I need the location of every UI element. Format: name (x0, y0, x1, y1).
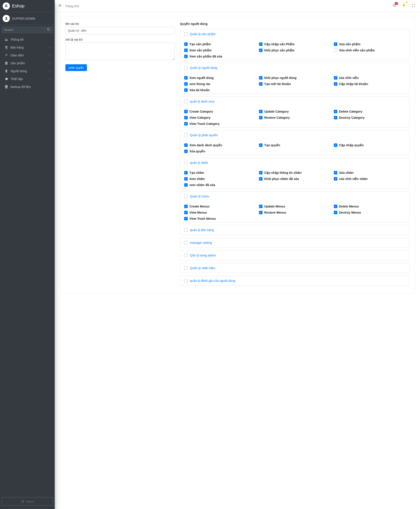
permission-item[interactable]: Xem người dùng (184, 76, 255, 80)
sidebar-item-2[interactable]: Giao diện ‹ (2, 51, 53, 59)
permission-checkbox[interactable] (184, 42, 188, 46)
permission-checkbox[interactable] (184, 211, 188, 214)
permission-checkbox[interactable] (334, 76, 337, 80)
permission-group-checkbox[interactable] (184, 100, 188, 103)
permission-item[interactable]: Destroy Menus (334, 210, 405, 215)
permission-checkbox[interactable] (184, 183, 188, 187)
permission-checkbox[interactable] (184, 55, 188, 58)
permission-item[interactable]: Xóa sản phẩm (334, 42, 405, 46)
permission-checkbox[interactable] (184, 82, 188, 86)
permission-group-toggle[interactable]: Quản lý sản phẩm (190, 32, 216, 36)
permission-item[interactable]: Xem danh dách quyền (184, 143, 255, 147)
notifications-button[interactable] (401, 2, 407, 10)
permission-item[interactable]: Delete Menus (334, 204, 405, 209)
permission-checkbox[interactable] (334, 211, 337, 214)
permission-checkbox[interactable] (259, 116, 262, 119)
permission-item[interactable]: Update Menus (259, 204, 330, 209)
permission-item[interactable]: Cập nhập thông tin slider (259, 170, 330, 175)
permission-group-toggle[interactable]: manager setting (190, 241, 212, 244)
permission-item[interactable]: View Trash Menus (184, 216, 255, 221)
permission-group-toggle[interactable]: quản lý slider (190, 161, 208, 164)
permission-checkbox[interactable] (259, 82, 262, 86)
permission-item[interactable]: Cập nhập sản Phẩm (259, 42, 330, 46)
permission-item[interactable]: khôi phục sản phẩm (259, 48, 330, 52)
permission-group-checkbox[interactable] (184, 254, 188, 257)
permission-group-checkbox[interactable] (184, 32, 188, 36)
permission-checkbox[interactable] (334, 42, 337, 46)
sidebar-item-5[interactable]: Thiết lập ‹ (2, 75, 53, 83)
permission-checkbox[interactable] (259, 171, 262, 175)
permission-item[interactable]: Create Category (184, 109, 255, 114)
sidebar-item-1[interactable]: Bán hàng ‹ (2, 44, 53, 51)
permission-item[interactable]: Xem slider (184, 177, 255, 181)
permission-item[interactable]: View Trash Category (184, 122, 255, 126)
permission-item[interactable]: Create Menus (184, 204, 255, 209)
permission-checkbox[interactable] (184, 143, 188, 147)
permission-item[interactable]: Update Category (259, 109, 330, 114)
permission-checkbox[interactable] (184, 205, 188, 208)
sidebar-item-3[interactable]: Sản phẩm ‹ (2, 59, 53, 67)
permission-item[interactable]: xóa vĩnh viễn slider (334, 177, 405, 181)
permission-checkbox[interactable] (259, 177, 262, 181)
permission-item[interactable]: View Category (184, 115, 255, 120)
permission-checkbox[interactable] (184, 116, 188, 119)
logout-button[interactable]: logout (2, 497, 53, 506)
permission-checkbox[interactable] (259, 205, 262, 208)
permission-item[interactable]: khôi phục người dùng (259, 76, 330, 80)
permission-item[interactable]: Khôi phục slider đã xóa (259, 177, 330, 181)
sidebar-toggle-button[interactable] (58, 4, 62, 8)
permission-checkbox[interactable] (334, 171, 337, 175)
permission-group-checkbox[interactable] (184, 66, 188, 70)
fullscreen-button[interactable] (410, 2, 417, 10)
brand-link[interactable]: A Eshop (0, 0, 55, 12)
permission-group-toggle[interactable]: quản lý đánh giá của người dùng (190, 279, 235, 282)
permission-group-toggle[interactable]: Quản lý phân quyền (190, 133, 218, 137)
permission-group-checkbox[interactable] (184, 195, 188, 198)
permission-item[interactable]: Xóa slider (334, 170, 405, 175)
permission-item[interactable]: Tạo quyền (259, 143, 330, 147)
permission-group-toggle[interactable]: quản lý danh mục (190, 100, 215, 103)
role-desc-input[interactable] (65, 43, 175, 60)
permission-item[interactable]: Xóa vĩnh viễn sản phẩm (334, 48, 405, 52)
permission-item[interactable]: View Menus (184, 210, 255, 215)
permission-item[interactable]: xem thùng rác (184, 82, 255, 86)
permission-checkbox[interactable] (334, 49, 337, 52)
permission-item[interactable]: Restore Menus (259, 210, 330, 215)
permission-group-checkbox[interactable] (184, 228, 188, 232)
permission-item[interactable]: Cập nhập quyền (334, 143, 405, 147)
permission-item[interactable]: xóa vĩnh viễn (334, 76, 405, 80)
permission-checkbox[interactable] (334, 205, 337, 208)
permission-group-toggle[interactable]: Quản lý nhãn hiệu (190, 266, 215, 270)
permission-checkbox[interactable] (184, 171, 188, 175)
permission-group-checkbox[interactable] (184, 279, 188, 282)
permission-checkbox[interactable] (334, 116, 337, 119)
permission-group-checkbox[interactable] (184, 241, 188, 244)
permission-checkbox[interactable] (259, 211, 262, 214)
sidebar-item-6[interactable]: backup dữ liệu (2, 83, 53, 91)
permission-group-toggle[interactable]: Quản lý menu (190, 195, 209, 198)
permission-item[interactable]: Delete Category (334, 109, 405, 114)
permission-checkbox[interactable] (184, 122, 188, 125)
sidebar-item-0[interactable]: Thống kê (2, 36, 53, 44)
sidebar-search-input[interactable] (2, 27, 44, 33)
permission-item[interactable]: xem slider đã xóa (184, 183, 255, 187)
messages-button[interactable]: 3 (391, 2, 397, 10)
permission-group-toggle[interactable]: Quản lý người dùng (190, 66, 217, 70)
permission-checkbox[interactable] (184, 149, 188, 153)
permission-item[interactable]: Xem sản phẩm đã xóa (184, 54, 255, 59)
permission-item[interactable]: Tạo sản phẩm (184, 42, 255, 46)
breadcrumb[interactable]: Trang chủ (65, 4, 79, 8)
user-name[interactable]: SUPPER ADMIN (12, 17, 35, 20)
permission-checkbox[interactable] (259, 42, 262, 46)
sidebar-item-4[interactable]: Người dùng ‹ (2, 67, 53, 75)
permission-group-checkbox[interactable] (184, 161, 188, 164)
permission-checkbox[interactable] (184, 177, 188, 181)
permission-checkbox[interactable] (184, 49, 188, 52)
permission-checkbox[interactable] (184, 76, 188, 80)
permission-checkbox[interactable] (184, 110, 188, 113)
sidebar-search-button[interactable] (44, 27, 53, 33)
permission-checkbox[interactable] (184, 88, 188, 92)
permission-item[interactable]: Destroy Category (334, 115, 405, 120)
permission-group-toggle[interactable]: Qản lý trang admin (190, 254, 216, 257)
permission-checkbox[interactable] (259, 49, 262, 52)
